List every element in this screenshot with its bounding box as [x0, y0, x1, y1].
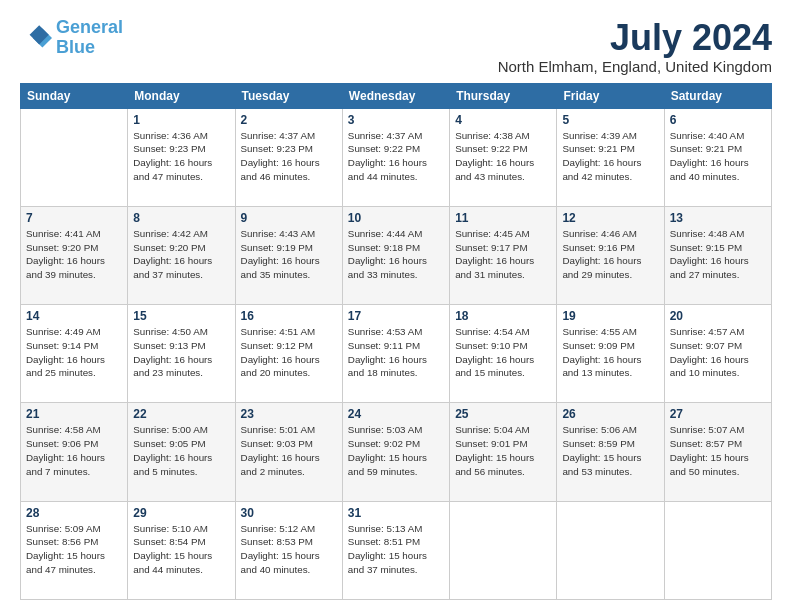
day-info: Sunrise: 4:39 AM Sunset: 9:21 PM Dayligh…	[562, 129, 658, 184]
day-number: 17	[348, 309, 444, 323]
day-info: Sunrise: 4:46 AM Sunset: 9:16 PM Dayligh…	[562, 227, 658, 282]
day-info: Sunrise: 4:54 AM Sunset: 9:10 PM Dayligh…	[455, 325, 551, 380]
day-info: Sunrise: 4:53 AM Sunset: 9:11 PM Dayligh…	[348, 325, 444, 380]
day-info: Sunrise: 5:09 AM Sunset: 8:56 PM Dayligh…	[26, 522, 122, 577]
day-cell: 21Sunrise: 4:58 AM Sunset: 9:06 PM Dayli…	[21, 403, 128, 501]
day-number: 8	[133, 211, 229, 225]
day-cell: 30Sunrise: 5:12 AM Sunset: 8:53 PM Dayli…	[235, 501, 342, 599]
logo: General Blue	[20, 18, 123, 58]
day-number: 24	[348, 407, 444, 421]
day-cell: 12Sunrise: 4:46 AM Sunset: 9:16 PM Dayli…	[557, 206, 664, 304]
day-cell: 14Sunrise: 4:49 AM Sunset: 9:14 PM Dayli…	[21, 305, 128, 403]
day-number: 15	[133, 309, 229, 323]
header-cell-thursday: Thursday	[450, 83, 557, 108]
day-info: Sunrise: 5:13 AM Sunset: 8:51 PM Dayligh…	[348, 522, 444, 577]
page: General Blue July 2024 North Elmham, Eng…	[0, 0, 792, 612]
day-cell: 6Sunrise: 4:40 AM Sunset: 9:21 PM Daylig…	[664, 108, 771, 206]
week-row-0: 1Sunrise: 4:36 AM Sunset: 9:23 PM Daylig…	[21, 108, 772, 206]
day-number: 29	[133, 506, 229, 520]
day-cell: 24Sunrise: 5:03 AM Sunset: 9:02 PM Dayli…	[342, 403, 449, 501]
day-cell: 4Sunrise: 4:38 AM Sunset: 9:22 PM Daylig…	[450, 108, 557, 206]
week-row-1: 7Sunrise: 4:41 AM Sunset: 9:20 PM Daylig…	[21, 206, 772, 304]
day-number: 14	[26, 309, 122, 323]
day-info: Sunrise: 5:03 AM Sunset: 9:02 PM Dayligh…	[348, 423, 444, 478]
header-row: SundayMondayTuesdayWednesdayThursdayFrid…	[21, 83, 772, 108]
day-cell: 10Sunrise: 4:44 AM Sunset: 9:18 PM Dayli…	[342, 206, 449, 304]
logo-icon	[20, 22, 52, 54]
day-cell: 31Sunrise: 5:13 AM Sunset: 8:51 PM Dayli…	[342, 501, 449, 599]
day-info: Sunrise: 4:43 AM Sunset: 9:19 PM Dayligh…	[241, 227, 337, 282]
day-number: 28	[26, 506, 122, 520]
week-row-3: 21Sunrise: 4:58 AM Sunset: 9:06 PM Dayli…	[21, 403, 772, 501]
day-cell	[450, 501, 557, 599]
day-info: Sunrise: 4:41 AM Sunset: 9:20 PM Dayligh…	[26, 227, 122, 282]
header-cell-friday: Friday	[557, 83, 664, 108]
day-info: Sunrise: 4:57 AM Sunset: 9:07 PM Dayligh…	[670, 325, 766, 380]
week-row-2: 14Sunrise: 4:49 AM Sunset: 9:14 PM Dayli…	[21, 305, 772, 403]
day-cell: 20Sunrise: 4:57 AM Sunset: 9:07 PM Dayli…	[664, 305, 771, 403]
day-info: Sunrise: 4:36 AM Sunset: 9:23 PM Dayligh…	[133, 129, 229, 184]
day-number: 12	[562, 211, 658, 225]
logo-line1: General	[56, 17, 123, 37]
day-cell: 2Sunrise: 4:37 AM Sunset: 9:23 PM Daylig…	[235, 108, 342, 206]
day-number: 10	[348, 211, 444, 225]
calendar-body: 1Sunrise: 4:36 AM Sunset: 9:23 PM Daylig…	[21, 108, 772, 599]
day-number: 13	[670, 211, 766, 225]
day-cell: 29Sunrise: 5:10 AM Sunset: 8:54 PM Dayli…	[128, 501, 235, 599]
day-info: Sunrise: 4:55 AM Sunset: 9:09 PM Dayligh…	[562, 325, 658, 380]
day-number: 16	[241, 309, 337, 323]
day-cell: 9Sunrise: 4:43 AM Sunset: 9:19 PM Daylig…	[235, 206, 342, 304]
day-cell: 5Sunrise: 4:39 AM Sunset: 9:21 PM Daylig…	[557, 108, 664, 206]
day-number: 20	[670, 309, 766, 323]
month-title: July 2024	[498, 18, 772, 58]
day-cell: 15Sunrise: 4:50 AM Sunset: 9:13 PM Dayli…	[128, 305, 235, 403]
day-cell: 25Sunrise: 5:04 AM Sunset: 9:01 PM Dayli…	[450, 403, 557, 501]
day-cell: 11Sunrise: 4:45 AM Sunset: 9:17 PM Dayli…	[450, 206, 557, 304]
day-info: Sunrise: 5:07 AM Sunset: 8:57 PM Dayligh…	[670, 423, 766, 478]
day-info: Sunrise: 4:38 AM Sunset: 9:22 PM Dayligh…	[455, 129, 551, 184]
day-number: 26	[562, 407, 658, 421]
day-cell: 26Sunrise: 5:06 AM Sunset: 8:59 PM Dayli…	[557, 403, 664, 501]
day-info: Sunrise: 5:06 AM Sunset: 8:59 PM Dayligh…	[562, 423, 658, 478]
day-number: 6	[670, 113, 766, 127]
day-cell: 17Sunrise: 4:53 AM Sunset: 9:11 PM Dayli…	[342, 305, 449, 403]
day-cell	[664, 501, 771, 599]
day-number: 23	[241, 407, 337, 421]
week-row-4: 28Sunrise: 5:09 AM Sunset: 8:56 PM Dayli…	[21, 501, 772, 599]
day-info: Sunrise: 4:48 AM Sunset: 9:15 PM Dayligh…	[670, 227, 766, 282]
header-cell-sunday: Sunday	[21, 83, 128, 108]
day-info: Sunrise: 4:49 AM Sunset: 9:14 PM Dayligh…	[26, 325, 122, 380]
day-cell: 23Sunrise: 5:01 AM Sunset: 9:03 PM Dayli…	[235, 403, 342, 501]
day-info: Sunrise: 4:50 AM Sunset: 9:13 PM Dayligh…	[133, 325, 229, 380]
day-info: Sunrise: 5:00 AM Sunset: 9:05 PM Dayligh…	[133, 423, 229, 478]
day-number: 21	[26, 407, 122, 421]
day-cell: 13Sunrise: 4:48 AM Sunset: 9:15 PM Dayli…	[664, 206, 771, 304]
header: General Blue July 2024 North Elmham, Eng…	[20, 18, 772, 75]
day-number: 27	[670, 407, 766, 421]
day-info: Sunrise: 4:51 AM Sunset: 9:12 PM Dayligh…	[241, 325, 337, 380]
day-info: Sunrise: 5:10 AM Sunset: 8:54 PM Dayligh…	[133, 522, 229, 577]
day-number: 4	[455, 113, 551, 127]
day-cell	[557, 501, 664, 599]
day-cell: 1Sunrise: 4:36 AM Sunset: 9:23 PM Daylig…	[128, 108, 235, 206]
day-number: 25	[455, 407, 551, 421]
day-cell: 19Sunrise: 4:55 AM Sunset: 9:09 PM Dayli…	[557, 305, 664, 403]
day-number: 1	[133, 113, 229, 127]
header-cell-wednesday: Wednesday	[342, 83, 449, 108]
calendar-table: SundayMondayTuesdayWednesdayThursdayFrid…	[20, 83, 772, 600]
subtitle: North Elmham, England, United Kingdom	[498, 58, 772, 75]
day-cell	[21, 108, 128, 206]
day-cell: 7Sunrise: 4:41 AM Sunset: 9:20 PM Daylig…	[21, 206, 128, 304]
header-cell-saturday: Saturday	[664, 83, 771, 108]
day-cell: 3Sunrise: 4:37 AM Sunset: 9:22 PM Daylig…	[342, 108, 449, 206]
day-info: Sunrise: 4:58 AM Sunset: 9:06 PM Dayligh…	[26, 423, 122, 478]
day-number: 3	[348, 113, 444, 127]
day-number: 7	[26, 211, 122, 225]
day-cell: 16Sunrise: 4:51 AM Sunset: 9:12 PM Dayli…	[235, 305, 342, 403]
day-info: Sunrise: 4:45 AM Sunset: 9:17 PM Dayligh…	[455, 227, 551, 282]
day-info: Sunrise: 4:37 AM Sunset: 9:22 PM Dayligh…	[348, 129, 444, 184]
day-number: 31	[348, 506, 444, 520]
day-number: 22	[133, 407, 229, 421]
header-cell-monday: Monday	[128, 83, 235, 108]
day-number: 9	[241, 211, 337, 225]
